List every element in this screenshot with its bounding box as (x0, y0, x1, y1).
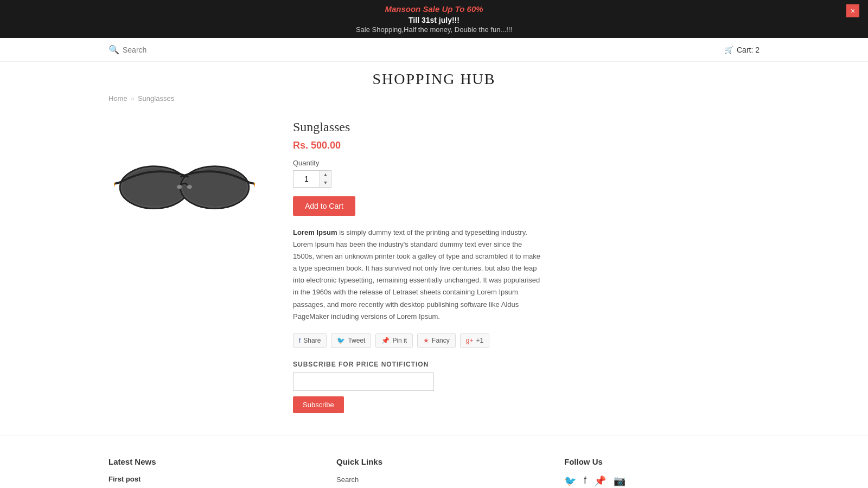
fancy-icon: ★ (423, 337, 429, 344)
footer-quick-links: Quick Links Search About us (336, 457, 532, 488)
product-container: Sunglasses Rs. 500.00 Quantity 1 ▲ ▼ Add… (0, 109, 868, 435)
footer-follow-us: Follow Us 🐦 f 📌 📷 (564, 457, 760, 488)
banner-date-text: Till 31st july!!! (11, 16, 857, 24)
search-input[interactable] (123, 46, 188, 54)
description-bold: Lorem Ipsum (293, 228, 337, 236)
facebook-icon: f (299, 337, 301, 344)
footer-social-links: 🐦 f 📌 📷 (564, 475, 760, 487)
subscribe-email-input[interactable] (293, 373, 434, 391)
footer-pinterest-link[interactable]: 📌 (594, 475, 606, 487)
svg-point-8 (177, 185, 182, 189)
gplus-icon: g+ (466, 337, 474, 344)
product-image-box (108, 120, 260, 250)
subscribe-section: SUBSCRIBE FOR PRICE NOTIFICTION Subscrib… (293, 361, 760, 413)
footer-facebook-link[interactable]: f (584, 475, 586, 487)
quantity-stepper[interactable]: ▲ ▼ (320, 170, 331, 188)
search-icon: 🔍 (108, 44, 119, 55)
quantity-input-area: 1 ▲ ▼ (293, 170, 760, 188)
banner-sub-text: Sale Shopping,Half the money, Double the… (11, 25, 857, 34)
add-to-cart-button[interactable]: Add to Cart (293, 196, 355, 216)
quantity-up-button[interactable]: ▲ (320, 171, 331, 179)
footer-instagram-link[interactable]: 📷 (614, 475, 626, 487)
product-image-area (108, 120, 260, 250)
tweet-button[interactable]: 🐦 Tweet (331, 333, 371, 348)
breadcrumb: Home » Sunglasses (0, 92, 868, 109)
twitter-icon: 🐦 (337, 337, 345, 344)
footer-search-link[interactable]: Search (336, 476, 359, 484)
footer-post-title: First post (108, 475, 304, 483)
product-price: Rs. 500.00 (293, 140, 760, 151)
tweet-label: Tweet (348, 337, 365, 344)
product-title: Sunglasses (293, 120, 760, 134)
fancy-button[interactable]: ★ Fancy (417, 333, 456, 348)
header: 🔍 🛒 Cart: 2 (0, 38, 868, 62)
gplus-button[interactable]: g+ +1 (460, 333, 489, 348)
store-name: SHOPPING HUB (0, 62, 868, 92)
fancy-label: Fancy (432, 337, 450, 344)
product-details: Sunglasses Rs. 500.00 Quantity 1 ▲ ▼ Add… (293, 120, 760, 413)
share-facebook-button[interactable]: f Share (293, 333, 327, 348)
share-label: Share (303, 337, 321, 344)
footer-grid: Latest News First post This is your stor… (108, 457, 760, 488)
gplus-label: +1 (476, 337, 483, 344)
product-image (114, 152, 255, 217)
footer: Latest News First post This is your stor… (0, 435, 868, 488)
footer-twitter-link[interactable]: 🐦 (564, 475, 576, 487)
breadcrumb-separator: » (131, 94, 135, 102)
top-banner: Mansoon Sale Up To 60% Till 31st july!!!… (0, 0, 868, 38)
social-share: f Share 🐦 Tweet 📌 Pin it ★ Fancy g+ +1 (293, 333, 760, 348)
banner-sale-text: Mansoon Sale Up To 60% (11, 4, 857, 14)
pinterest-icon: 📌 (381, 337, 390, 344)
svg-point-9 (187, 185, 192, 189)
product-description: Lorem Ipsum is simply dummy text of the … (293, 227, 542, 323)
quantity-input[interactable]: 1 (293, 170, 320, 188)
quantity-label: Quantity (293, 159, 760, 167)
footer-quick-links-title: Quick Links (336, 457, 532, 466)
quantity-down-button[interactable]: ▼ (320, 179, 331, 187)
cart-icon: 🛒 (724, 46, 733, 54)
breadcrumb-home[interactable]: Home (108, 94, 127, 102)
footer-latest-news-title: Latest News (108, 457, 304, 466)
banner-close-button[interactable]: × (846, 4, 859, 17)
search-area: 🔍 (108, 44, 188, 55)
footer-links-list: Search About us (336, 475, 532, 488)
footer-link-search: Search (336, 475, 532, 484)
footer-follow-us-title: Follow Us (564, 457, 760, 466)
cart-area[interactable]: 🛒 Cart: 2 (724, 46, 760, 54)
pin-label: Pin it (392, 337, 407, 344)
subscribe-button[interactable]: Subscribe (293, 396, 344, 413)
cart-label: Cart: 2 (737, 46, 760, 54)
breadcrumb-current: Sunglasses (138, 94, 174, 102)
subscribe-label: SUBSCRIBE FOR PRICE NOTIFICTION (293, 361, 760, 368)
footer-latest-news: Latest News First post This is your stor… (108, 457, 304, 488)
pin-button[interactable]: 📌 Pin it (375, 333, 413, 348)
description-rest: is simply dummy text of the printing and… (293, 228, 540, 320)
